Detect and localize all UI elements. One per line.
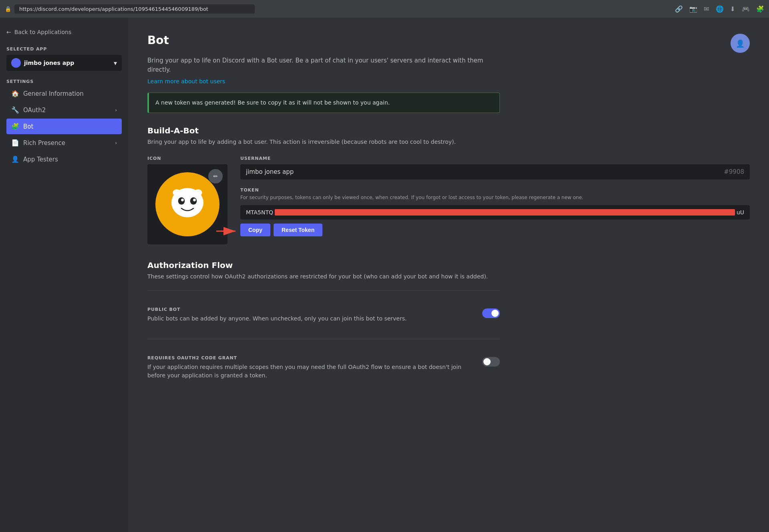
nav-label-bot: Bot xyxy=(23,123,33,130)
sidebar-item-bot[interactable]: 🧩 Bot xyxy=(6,119,122,134)
avatar-image: 👤 xyxy=(736,39,745,48)
svg-point-2 xyxy=(190,197,197,205)
public-bot-setting: PUBLIC BOT Public bots can be added by a… xyxy=(147,300,500,329)
pencil-icon: ✏️ xyxy=(213,173,218,179)
download-icon[interactable]: ⬇️ xyxy=(730,5,735,13)
oauth2-grant-setting: REQUIRES OAUTH2 CODE GRANT If your appli… xyxy=(147,349,500,386)
lock-icon: 🔒 xyxy=(5,6,11,12)
authorization-flow-section: Authorization Flow These settings contro… xyxy=(147,260,500,386)
screenshot-icon[interactable]: 📷 xyxy=(689,5,697,13)
oauth2-grant-label: REQUIRES OAUTH2 CODE GRANT xyxy=(147,355,474,361)
page-header: Bot 👤 xyxy=(147,34,750,53)
bot-icon-section: ICON xyxy=(147,156,227,244)
auth-flow-title: Authorization Flow xyxy=(147,260,500,270)
sidebar-item-app-testers[interactable]: 👤 App Testers xyxy=(6,151,122,167)
home-icon: 🏠 xyxy=(11,90,19,97)
toggle-knob xyxy=(491,310,499,317)
nav-label-rich-presence: Rich Presence xyxy=(23,139,65,147)
bookmark-icon[interactable]: 🔗 xyxy=(675,5,683,13)
chevron-right-icon: › xyxy=(115,107,117,113)
app-name-text: jimbo jones app xyxy=(24,60,74,66)
build-a-bot-title: Build-A-Bot xyxy=(147,126,750,135)
alert-message: A new token was generated! Be sure to co… xyxy=(155,99,390,106)
token-value: MTA5NTQ uU xyxy=(240,205,750,220)
back-label: Back to Applications xyxy=(14,29,71,35)
token-redacted xyxy=(275,209,735,216)
wrench-icon: 🔧 xyxy=(11,106,19,114)
app-selector[interactable]: jimbo jones app ▾ xyxy=(6,55,122,71)
public-bot-label: PUBLIC BOT xyxy=(147,307,474,312)
app-container: ← Back to Applications SELECTED APP jimb… xyxy=(0,18,769,532)
sidebar-item-oauth2[interactable]: 🔧 OAuth2 › xyxy=(6,102,122,118)
dropdown-chevron-icon: ▾ xyxy=(114,59,117,67)
wumpus-svg xyxy=(167,186,207,222)
app-icon xyxy=(11,58,21,68)
icon-label: ICON xyxy=(147,156,227,161)
oauth2-grant-info: REQUIRES OAUTH2 CODE GRANT If your appli… xyxy=(147,355,474,380)
oauth2-grant-desc: If your application requires multiple sc… xyxy=(147,363,474,380)
document-icon: 📄 xyxy=(11,139,19,147)
bot-icon-wrapper: ✏️ xyxy=(147,164,227,244)
token-start: MTA5NTQ xyxy=(246,209,273,216)
public-bot-info: PUBLIC BOT Public bots can be added by a… xyxy=(147,307,474,323)
username-value: jimbo jones app xyxy=(246,168,294,175)
discord-icon[interactable]: 🎮 xyxy=(742,5,750,13)
bot-avatar xyxy=(155,172,219,236)
url-bar[interactable]: https://discord.com/developers/applicati… xyxy=(14,4,255,14)
page-description: Bring your app to life on Discord with a… xyxy=(147,56,492,74)
puzzle-icon: 🧩 xyxy=(11,123,19,130)
copy-token-button[interactable]: Copy xyxy=(240,224,270,236)
token-end: uU xyxy=(737,209,744,216)
user-avatar: 👤 xyxy=(731,34,750,53)
token-description: For security purposes, tokens can only b… xyxy=(240,194,750,201)
browser-toolbar: 🔗 📷 ✉️ 🌐 ⬇️ 🎮 🧩 xyxy=(675,5,764,13)
reset-token-button[interactable]: Reset Token xyxy=(274,224,322,236)
bot-info-section: USERNAME jimbo jones app #9908 TOKEN For… xyxy=(240,156,750,236)
back-to-applications[interactable]: ← Back to Applications xyxy=(6,27,122,37)
public-bot-desc: Public bots can be added by anyone. When… xyxy=(147,314,474,323)
browser-bar: 🔒 https://discord.com/developers/applica… xyxy=(0,0,769,18)
sidebar: ← Back to Applications SELECTED APP jimb… xyxy=(0,18,128,532)
oauth2-grant-toggle[interactable] xyxy=(482,357,500,367)
build-a-bot-section: ICON xyxy=(147,156,750,244)
svg-point-5 xyxy=(173,189,181,196)
nav-label-general: General Information xyxy=(23,90,84,97)
svg-point-6 xyxy=(194,189,202,196)
token-buttons: Copy Reset Token xyxy=(240,224,750,236)
app-name-display: jimbo jones app xyxy=(11,58,74,68)
divider-1 xyxy=(147,290,500,291)
chevron-right-icon-rp: › xyxy=(115,140,117,146)
arrow-annotation: Copy Reset Token xyxy=(240,224,750,236)
extensions-icon[interactable]: 🧩 xyxy=(756,5,764,13)
mail-icon[interactable]: ✉️ xyxy=(704,5,709,13)
settings-label: SETTINGS xyxy=(6,79,122,84)
edit-icon-button[interactable]: ✏️ xyxy=(208,169,223,183)
username-label: USERNAME xyxy=(240,156,750,161)
divider-2 xyxy=(147,339,500,339)
main-content: Bot 👤 Bring your app to life on Discord … xyxy=(128,18,769,532)
sidebar-item-rich-presence[interactable]: 📄 Rich Presence › xyxy=(6,135,122,151)
username-field: jimbo jones app #9908 xyxy=(240,164,750,179)
svg-point-1 xyxy=(178,197,185,205)
auth-flow-desc: These settings control how OAuth2 author… xyxy=(147,272,500,281)
token-alert: A new token was generated! Be sure to co… xyxy=(147,93,500,113)
back-arrow-icon: ← xyxy=(6,29,11,35)
token-label: TOKEN xyxy=(240,187,750,193)
sidebar-item-general-information[interactable]: 🏠 General Information xyxy=(6,86,122,101)
nav-label-oauth2: OAuth2 xyxy=(23,107,46,114)
learn-more-link[interactable]: Learn more about bot users xyxy=(147,78,225,85)
nav-label-app-testers: App Testers xyxy=(23,156,58,163)
public-bot-toggle[interactable] xyxy=(482,308,500,318)
svg-point-4 xyxy=(193,199,196,202)
token-row: MTA5NTQ uU xyxy=(240,205,750,220)
build-a-bot-desc: Bring your app to life by adding a bot u… xyxy=(147,138,750,146)
page-title: Bot xyxy=(147,34,169,47)
svg-point-3 xyxy=(181,199,184,202)
red-arrow-annotation xyxy=(216,225,238,237)
selected-app-label: SELECTED APP xyxy=(6,46,122,52)
username-tag: #9908 xyxy=(724,168,744,175)
globe-icon[interactable]: 🌐 xyxy=(716,5,724,13)
user-icon: 👤 xyxy=(11,155,19,163)
toggle-knob-oauth xyxy=(483,358,491,365)
